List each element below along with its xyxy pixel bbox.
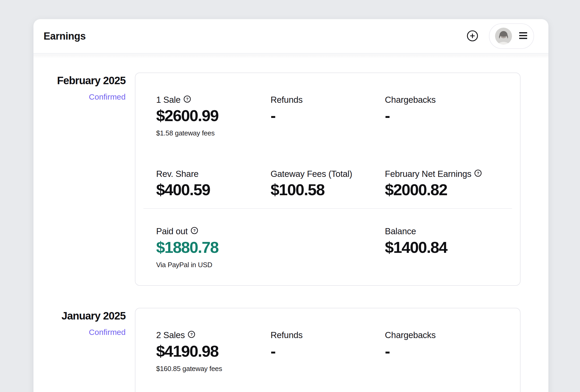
paid-out-value: $1880.78 [156, 237, 271, 257]
month-title: February 2025 [33, 74, 126, 87]
net-earnings-value: $2000.82 [385, 180, 499, 200]
status-badge: Confirmed [33, 92, 126, 102]
sales-label: 2 Sales [156, 330, 185, 340]
balance-value: $1400.84 [385, 237, 499, 257]
app-header: Earnings [33, 19, 548, 54]
sales-subtext: $1.58 gateway fees [156, 129, 271, 138]
stat-chargebacks: Chargebacks - [385, 94, 499, 138]
stat-sales: 1 Sale ? $2600.99 $1.58 gateway fees [156, 94, 271, 138]
stat-refunds: Refunds - [271, 330, 385, 373]
chargebacks-value: - [385, 106, 499, 126]
svg-text:?: ? [193, 228, 195, 233]
help-icon[interactable]: ? [474, 168, 482, 179]
gateway-fees-label: Gateway Fees (Total) [271, 168, 352, 179]
rev-share-label: Rev. Share [156, 168, 199, 179]
avatar [495, 28, 512, 45]
earnings-content: February 2025 Confirmed 1 Sale ? $2600.9… [33, 54, 548, 392]
stat-row-fees: Rev. Share $400.59 Gateway Fees (Total) … [156, 168, 499, 200]
gateway-fees-value: $100.58 [271, 180, 385, 200]
sales-value: $4190.98 [156, 341, 271, 361]
month-title: January 2025 [33, 309, 126, 322]
stat-row-sales: 1 Sale ? $2600.99 $1.58 gateway fees Ref… [156, 94, 499, 138]
header-actions [467, 23, 534, 49]
add-button[interactable] [467, 30, 478, 42]
earnings-card-january: 2 Sales ? $4190.98 $160.85 gateway fees … [135, 308, 521, 392]
stat-empty-cell [271, 226, 385, 269]
card-divider [143, 208, 512, 209]
refunds-value: - [271, 106, 385, 126]
svg-text:?: ? [477, 171, 479, 175]
rev-share-value: $400.59 [156, 180, 271, 200]
status-badge: Confirmed [33, 327, 126, 337]
plus-circle-icon [467, 30, 478, 42]
help-icon[interactable]: ? [184, 94, 191, 105]
chargebacks-label: Chargebacks [385, 330, 436, 340]
chargebacks-label: Chargebacks [385, 94, 436, 105]
stat-row-payout: Paid out ? $1880.78 Via PayPal in USD Ba… [156, 226, 499, 269]
page-title: Earnings [44, 31, 86, 42]
help-icon[interactable]: ? [191, 226, 198, 237]
paid-out-subtext: Via PayPal in USD [156, 261, 271, 270]
stat-row-sales: 2 Sales ? $4190.98 $160.85 gateway fees … [156, 330, 499, 373]
month-section-january-2025: January 2025 Confirmed 2 Sales ? $4190.9… [33, 308, 521, 392]
svg-text:?: ? [186, 97, 188, 101]
month-header: February 2025 Confirmed [33, 73, 126, 286]
stat-paid-out: Paid out ? $1880.78 Via PayPal in USD [156, 226, 271, 269]
chargebacks-value: - [385, 341, 499, 361]
refunds-value: - [271, 341, 385, 361]
balance-label: Balance [385, 226, 416, 237]
month-header: January 2025 Confirmed [33, 308, 126, 392]
help-icon[interactable]: ? [188, 330, 195, 340]
stat-balance: Balance $1400.84 [385, 226, 499, 269]
net-earnings-label: February Net Earnings [385, 168, 471, 179]
stat-gateway-fees: Gateway Fees (Total) $100.58 [271, 168, 385, 200]
stat-refunds: Refunds - [271, 94, 385, 138]
sales-value: $2600.99 [156, 106, 271, 126]
stat-sales: 2 Sales ? $4190.98 $160.85 gateway fees [156, 330, 271, 373]
paid-out-label: Paid out [156, 226, 188, 237]
earnings-card-february: 1 Sale ? $2600.99 $1.58 gateway fees Ref… [135, 73, 521, 286]
stat-rev-share: Rev. Share $400.59 [156, 168, 271, 200]
refunds-label: Refunds [271, 94, 303, 105]
main-panel: Earnings [33, 19, 548, 392]
refunds-label: Refunds [271, 330, 303, 340]
sales-label: 1 Sale [156, 94, 181, 105]
stat-chargebacks: Chargebacks - [385, 330, 499, 373]
svg-text:?: ? [190, 332, 193, 337]
month-section-february-2025: February 2025 Confirmed 1 Sale ? $2600.9… [33, 73, 521, 286]
sales-subtext: $160.85 gateway fees [156, 364, 271, 373]
hamburger-menu-icon [519, 32, 527, 40]
account-menu-button[interactable] [489, 23, 534, 49]
stat-net-earnings: February Net Earnings ? $2000.82 [385, 168, 499, 200]
